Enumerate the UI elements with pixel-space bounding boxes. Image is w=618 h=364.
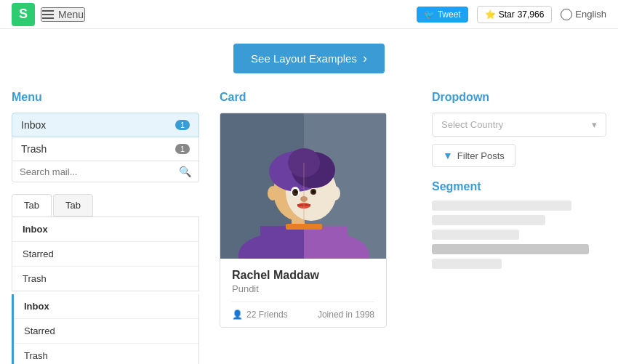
star-icon: ⭐ <box>485 9 496 20</box>
star-button[interactable]: ⭐ Star 37,966 <box>477 6 553 23</box>
list-item[interactable]: Trash <box>12 267 198 291</box>
tweet-button[interactable]: 🐦 Tweet <box>417 7 468 23</box>
segment-section-title: Segment <box>432 180 606 193</box>
mid-panel: Card <box>199 91 432 364</box>
menu-label: Menu <box>58 9 84 20</box>
card-body: Rachel Maddaw Pundit 👤 22 Friends Joined… <box>220 259 386 327</box>
filter-label: Filter Posts <box>457 150 505 161</box>
hamburger-icon <box>42 10 54 19</box>
list-item[interactable]: Starred <box>12 242 198 267</box>
dropdown-section-title: Dropdown <box>432 91 606 104</box>
tab-1-label: Tab <box>24 200 39 211</box>
segment-bar-2 <box>432 215 545 225</box>
segment-bars <box>432 201 606 269</box>
user-card: Rachel Maddaw Pundit 👤 22 Friends Joined… <box>220 113 387 328</box>
search-row: 🔍 <box>12 161 199 182</box>
nav-right: 🐦 Tweet ⭐ Star 37,966 English <box>417 6 606 23</box>
inbox-badge: 1 <box>175 120 190 130</box>
trash-label: Trash <box>21 143 47 155</box>
friends-count: 22 Friends <box>246 310 288 320</box>
trash-menu-item[interactable]: Trash 1 <box>12 137 199 161</box>
segment-bar-1 <box>432 201 571 211</box>
logo-letter: S <box>19 7 28 22</box>
inbox-label: Inbox <box>21 119 46 131</box>
svg-point-16 <box>294 190 297 193</box>
nav-left: S Menu <box>12 3 85 26</box>
chevron-down-icon: ▾ <box>592 119 597 130</box>
list-item[interactable]: Trash <box>14 344 198 364</box>
language-selector[interactable]: English <box>561 9 606 20</box>
banner-button-label: See Layout Examples <box>251 52 357 65</box>
right-panel: Dropdown Select Country ▾ ▼ Filter Posts… <box>432 91 606 364</box>
language-label: English <box>575 9 606 20</box>
chevron-right-icon <box>363 51 367 66</box>
menu-section-title: Menu <box>12 91 199 104</box>
card-name: Rachel Maddaw <box>232 269 374 282</box>
card-image <box>220 113 386 259</box>
search-input[interactable] <box>20 166 179 177</box>
segment-bar-3 <box>432 230 519 240</box>
list-item[interactable]: Starred <box>14 319 198 344</box>
top-nav: S Menu 🐦 Tweet ⭐ Star 37,966 English <box>0 0 618 29</box>
tab-bar: Tab Tab <box>12 194 199 217</box>
card-section-title: Card <box>220 91 412 104</box>
country-dropdown[interactable]: Select Country ▾ <box>432 113 606 137</box>
tab-2-label: Tab <box>65 200 81 211</box>
list-item[interactable]: Inbox <box>12 217 198 242</box>
star-count: 37,966 <box>518 9 545 20</box>
star-label: Star <box>499 9 515 20</box>
globe-icon <box>561 9 572 20</box>
tab-list-1: Inbox Starred Trash <box>12 217 199 291</box>
left-panel: Menu Inbox 1 Trash 1 🔍 Tab Tab Inbox Sta… <box>12 91 199 364</box>
banner: See Layout Examples <box>0 29 618 91</box>
search-icon: 🔍 <box>179 166 191 177</box>
main-content: Menu Inbox 1 Trash 1 🔍 Tab Tab Inbox Sta… <box>0 91 618 364</box>
logo[interactable]: S <box>12 3 35 26</box>
svg-point-18 <box>312 190 315 193</box>
segment-bar-5 <box>432 259 502 269</box>
svg-rect-6 <box>304 226 348 259</box>
svg-point-24 <box>330 186 340 201</box>
inbox-menu-item[interactable]: Inbox 1 <box>12 113 199 137</box>
card-footer: 👤 22 Friends Joined in 1998 <box>232 302 374 320</box>
segment-bar-4 <box>432 244 589 254</box>
menu-button[interactable]: Menu <box>41 7 85 22</box>
tab-1[interactable]: Tab <box>12 194 52 217</box>
tab-2[interactable]: Tab <box>53 194 93 217</box>
joined-date: Joined in 1998 <box>318 310 374 320</box>
country-placeholder: Select Country <box>441 119 503 130</box>
friends-icon: 👤 <box>232 310 243 320</box>
layout-examples-button[interactable]: See Layout Examples <box>233 44 385 73</box>
svg-point-23 <box>268 186 278 201</box>
tweet-label: Tweet <box>438 9 461 20</box>
tab-list-2: Inbox Starred Trash <box>12 294 199 364</box>
list-item[interactable]: Inbox <box>14 294 198 319</box>
svg-rect-8 <box>286 224 322 230</box>
card-job-title: Pundit <box>232 283 374 294</box>
filter-icon: ▼ <box>443 150 453 161</box>
trash-badge: 1 <box>175 144 190 154</box>
filter-posts-button[interactable]: ▼ Filter Posts <box>432 144 515 167</box>
friends-info: 👤 22 Friends <box>232 310 288 320</box>
twitter-icon: 🐦 <box>424 9 435 20</box>
